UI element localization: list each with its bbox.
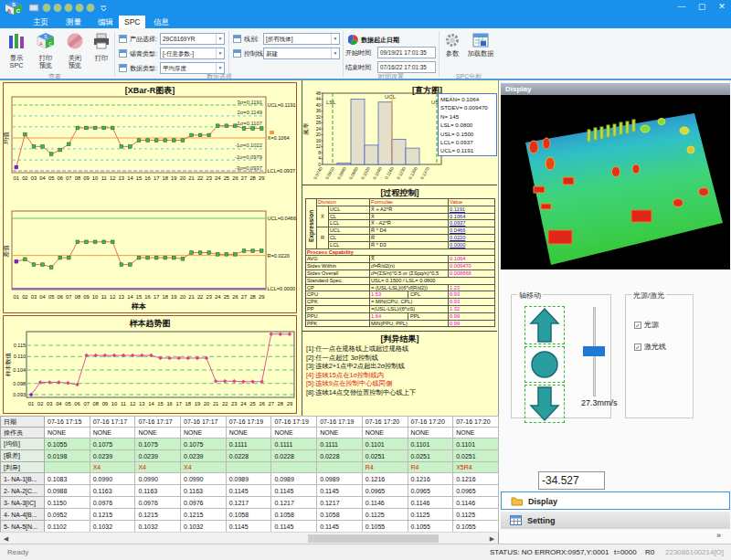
nav-item-setting[interactable]: Setting — [501, 511, 730, 529]
svg-text:11: 11 — [121, 401, 126, 407]
view-button-0[interactable]: 显示SPC — [2, 32, 31, 70]
process-cell: CP — [306, 284, 370, 291]
process-cell: X̄ — [370, 213, 449, 220]
quick-access-toolbar[interactable] — [29, 3, 107, 14]
tab-2[interactable]: 编辑 — [92, 16, 119, 28]
field-2-label: 数据类型: — [130, 62, 157, 74]
table-cell: X4 — [181, 462, 227, 473]
table-cell: 0.0251 — [362, 450, 408, 462]
expand-chevron[interactable]: » — [716, 531, 721, 540]
axis-down-button[interactable] — [524, 385, 565, 423]
table-cell: 0.0990 — [90, 473, 135, 485]
process-cell: Stdev Overall — [306, 269, 370, 277]
field2-0-combo[interactable]: [所有线体]▼ — [263, 33, 340, 45]
hist-stat-line: LSL= 0.0800 — [440, 121, 496, 129]
process-control-title: [过程控制] — [302, 185, 497, 199]
light-laser-group: 光源/激光 ✓光源 ✓激光线 — [625, 294, 694, 418]
process-cell: 0.93 — [449, 291, 495, 299]
horizontal-scrollbar[interactable]: ◀ ▶ — [0, 532, 498, 544]
svg-text:-2σ=0.0979: -2σ=0.0979 — [235, 154, 262, 160]
view-button-2[interactable]: 关闭预览 — [60, 32, 90, 70]
scroll-thumb[interactable] — [308, 534, 439, 543]
table-cell: 0.1102 — [45, 521, 90, 533]
table-cell: 0.1101 — [453, 438, 499, 450]
svg-text:20: 20 — [204, 401, 209, 407]
table-cell: NONE — [90, 428, 135, 438]
end-time-input[interactable]: 07/16/22 17:01:35 — [377, 61, 436, 73]
svg-text:18: 18 — [163, 294, 168, 300]
field-1-combo[interactable]: [-任意参数-]▼ — [160, 48, 225, 59]
pcb-3d-view[interactable] — [501, 95, 730, 269]
axis-stop-button[interactable] — [524, 346, 565, 383]
light-checkbox[interactable]: ✓光源 — [634, 321, 659, 330]
laser-checkbox[interactable]: ✓激光线 — [634, 343, 666, 352]
table-cell: NONE — [408, 428, 453, 438]
view-button-1[interactable]: SAC打印预览 — [31, 32, 60, 70]
speed-value: 27.3mm/s — [581, 398, 618, 407]
table-cell: 0.1163 — [90, 485, 135, 497]
view-button-3[interactable]: 打印 — [87, 32, 116, 62]
process-cell: Formulae — [370, 199, 449, 206]
minimize-button[interactable]: — — [674, 2, 689, 11]
svg-text:17: 17 — [154, 294, 159, 300]
tab-4[interactable]: 信息 — [148, 16, 175, 28]
svg-text:09: 09 — [83, 294, 89, 300]
process-cell: Process Capability — [306, 248, 495, 256]
tab-0[interactable]: 主页 — [27, 16, 54, 28]
svg-text:19: 19 — [171, 294, 176, 300]
load-data-button[interactable]: 加载数据 — [466, 32, 495, 58]
svg-text:0.1160: 0.1160 — [384, 166, 395, 180]
scroll-right-arrow[interactable]: ▶ — [486, 534, 498, 544]
svg-text:S: S — [12, 2, 16, 7]
svg-text:05: 05 — [48, 294, 54, 300]
table-cell: 日期 — [1, 417, 45, 428]
tab-1[interactable]: 测量 — [60, 16, 87, 28]
status-text: STATUS: NO ERROR. — [490, 548, 563, 556]
table-cell: 07-16 17:20 — [408, 417, 453, 428]
svg-text:22: 22 — [197, 294, 203, 300]
table-cell: 0.1146 — [453, 497, 499, 509]
table-cell: 0.0251 — [408, 450, 453, 462]
table-cell: 0.0990 — [181, 473, 227, 485]
process-cell: R — [317, 227, 329, 248]
process-cell: 1.32 — [449, 305, 495, 312]
maximize-button[interactable]: ▢ — [694, 2, 709, 11]
speed-slider-handle[interactable] — [583, 346, 605, 356]
parameters-button[interactable]: 参数 — [438, 32, 467, 58]
close-button[interactable]: ✕ — [715, 2, 729, 11]
table-cell: [极差] — [1, 450, 45, 462]
process-cell: MIN(PPU, PPL) — [370, 320, 449, 327]
table-cell: 0.1145 — [226, 521, 271, 533]
svg-text:05: 05 — [65, 401, 70, 407]
table-cell: 5- NA-5[N... — [1, 521, 45, 533]
svg-text:11: 11 — [101, 175, 107, 181]
svg-text:01: 01 — [14, 294, 19, 300]
svg-text:样本数值: 样本数值 — [5, 353, 11, 377]
svg-text:13: 13 — [139, 401, 144, 407]
judge-rule: [2]:任一点超过 3σ控制线 — [306, 354, 416, 363]
table-cell: 0.1055 — [45, 438, 90, 450]
table-cell: 07-16 17:20 — [362, 417, 408, 428]
svg-text:07: 07 — [66, 294, 71, 300]
table-cell: 0.0976 — [181, 497, 227, 509]
field-0-icon — [119, 35, 127, 43]
scroll-left-arrow[interactable]: ◀ — [0, 534, 12, 544]
svg-text:23: 23 — [231, 401, 237, 407]
field2-1-combo[interactable]: 新建▼ — [263, 48, 340, 59]
process-cell: Expression — [306, 199, 317, 249]
table-cell: 0.1083 — [45, 473, 90, 485]
table-cell — [45, 462, 90, 473]
table-cell: [均值] — [1, 438, 45, 450]
status-r: R0 — [645, 548, 654, 556]
tab-3[interactable]: SPC — [119, 16, 145, 28]
start-time-input[interactable]: 09/19/21 17:01:35 — [377, 47, 436, 58]
field-2-combo[interactable]: 平均厚度▼ — [160, 62, 225, 74]
status-ready: Ready — [7, 548, 28, 556]
axis-up-button[interactable] — [524, 306, 565, 344]
field-0-combo[interactable]: 29C6169YR▼ — [160, 33, 225, 45]
field-0-label: 产品选择: — [130, 33, 157, 45]
table-cell: 0.0976 — [90, 497, 135, 509]
process-cell: X̿ — [370, 256, 449, 263]
nav-item-display[interactable]: Display — [501, 491, 730, 510]
svg-text:23: 23 — [206, 175, 211, 181]
